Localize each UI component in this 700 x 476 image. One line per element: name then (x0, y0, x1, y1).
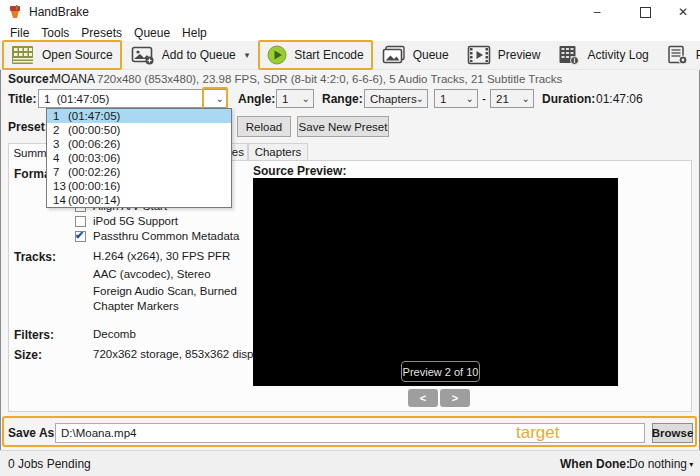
filters-label: Filters: (14, 328, 54, 342)
source-preview-label: Source Preview: (253, 164, 346, 178)
menu-tools[interactable]: Tools (35, 24, 75, 41)
ipod-5g-support-checkbox[interactable] (75, 216, 86, 227)
maximize-button[interactable] (628, 0, 662, 24)
source-name: MOANA (51, 72, 95, 86)
title-option-3[interactable]: 3(00:06:26) (47, 137, 231, 151)
title-option-14[interactable]: 14(00:00:14) (47, 193, 231, 207)
preview-next-button[interactable]: > (440, 389, 470, 407)
tracks-label: Tracks: (14, 250, 56, 264)
angle-select-caret-icon: ⌄ (302, 93, 310, 104)
activity-log-label: Activity Log (587, 48, 648, 62)
menu-presets[interactable]: Presets (75, 24, 128, 41)
title-option-7[interactable]: 7(00:02:26) (47, 165, 231, 179)
preview-label: Preview (498, 48, 541, 62)
activity-log-icon: i (558, 45, 580, 65)
when-done-label: When Done: (560, 457, 630, 471)
range-from-caret-icon: ⌄ (466, 93, 474, 104)
save-as-value: D:\Moana.mp4 (61, 427, 136, 439)
target-annotation: target (516, 423, 559, 443)
start-encode-button[interactable]: Start Encode (258, 40, 372, 70)
angle-select[interactable]: 1 ⌄ (276, 89, 314, 108)
maximize-icon (640, 7, 651, 18)
when-done-select[interactable]: Do nothing ▾ (629, 457, 693, 471)
save-new-preset-button[interactable]: Save New Preset (297, 116, 389, 137)
add-to-queue-label: Add to Queue (162, 48, 236, 62)
range-to-select[interactable]: 21 ⌄ (490, 89, 534, 108)
tab-chapters[interactable]: Chapters (248, 143, 308, 161)
range-to-caret-icon: ⌄ (522, 93, 530, 104)
queue-button[interactable]: Queue (373, 40, 458, 70)
range-type-value: Chapters (370, 93, 417, 105)
menu-file[interactable]: File (4, 24, 35, 41)
title-select-arrow-highlight[interactable] (202, 87, 228, 110)
handbrake-logo-icon (7, 4, 23, 20)
start-encode-label: Start Encode (294, 48, 363, 62)
range-from-select[interactable]: 1 ⌄ (434, 89, 478, 108)
angle-select-value: 1 (282, 93, 288, 105)
title-select-value: 1 (01:47:05) (44, 93, 109, 105)
save-as-label: Save As: (8, 426, 58, 440)
reload-button[interactable]: Reload (237, 116, 291, 137)
add-to-queue-caret-icon[interactable]: ▾ (245, 50, 250, 60)
preview-button[interactable]: Preview (458, 40, 550, 70)
range-separator: - (482, 92, 486, 106)
source-details: 720x480 (853x480), 23.98 FPS, SDR (8-bit… (97, 73, 562, 85)
preview-prev-button[interactable]: < (408, 389, 438, 407)
track-audio: AAC (avcodec), Stereo (93, 268, 211, 280)
menu-bar: File Tools Presets Queue Help (0, 24, 700, 41)
source-label: Source: (8, 72, 53, 86)
close-button[interactable]: ✕ (666, 0, 700, 24)
range-type-select[interactable]: Chapters ⌄ (364, 89, 428, 108)
title-option-4[interactable]: 4(00:03:06) (47, 151, 231, 165)
presets-icon (667, 45, 689, 65)
range-to-value: 21 (496, 93, 509, 105)
browse-button[interactable]: Browse (652, 423, 693, 443)
presets-label: Presets (696, 48, 700, 62)
preview-image (253, 178, 618, 386)
title-option-13[interactable]: 13(00:00:16) (47, 179, 231, 193)
title-select[interactable]: 1 (01:47:05) ⌄ (38, 89, 228, 108)
track-chapters: Chapter Markers (93, 300, 179, 312)
toolbar: Open Source Add to Queue ▾ Start Encode (0, 41, 700, 70)
title-label: Title: (8, 92, 36, 106)
queue-label: Queue (413, 48, 449, 62)
size-label: Size: (14, 348, 42, 362)
track-subtitle: Foreign Audio Scan, Burned (93, 285, 237, 297)
minimize-button[interactable]: – (580, 0, 614, 24)
preview-icon (467, 45, 491, 65)
passthru-common-metadata-checkbox[interactable]: ✔ (75, 231, 86, 242)
presets-button[interactable]: Presets ▾ (658, 40, 700, 70)
handbrake-window: HandBrake – ✕ File Tools Presets Queue H… (0, 0, 700, 476)
range-from-value: 1 (440, 93, 446, 105)
preset-label: Preset: (8, 120, 49, 134)
when-done-caret-icon: ▾ (687, 460, 693, 469)
duration-label: Duration: (542, 92, 595, 106)
menu-queue[interactable]: Queue (128, 24, 176, 41)
checkmark-icon: ✔ (75, 229, 84, 242)
open-source-label: Open Source (42, 48, 113, 62)
title-dropdown-list: 1(01:47:05) 2(00:00:50) 3(00:06:26) 4(00… (46, 108, 232, 208)
open-source-icon (11, 45, 35, 65)
passthru-common-metadata-label: Passthru Common Metadata (93, 230, 239, 242)
title-option-1[interactable]: 1(01:47:05) (47, 109, 231, 123)
duration-value: 01:47:06 (596, 92, 643, 106)
open-source-button[interactable]: Open Source (2, 40, 122, 70)
add-to-queue-button[interactable]: Add to Queue ▾ (122, 40, 259, 70)
track-video: H.264 (x264), 30 FPS PFR (93, 250, 230, 262)
preview-count-button[interactable]: Preview 2 of 10 (401, 361, 480, 382)
title-bar: HandBrake – ✕ (0, 0, 700, 24)
ipod-5g-support-label: iPod 5G Support (93, 215, 178, 227)
queue-icon (382, 45, 406, 65)
range-type-caret-icon: ⌄ (416, 93, 424, 104)
jobs-pending-status: 0 Jobs Pending (8, 457, 91, 471)
size-value: 720x362 storage, 853x362 display (93, 348, 268, 360)
filters-value: Decomb (93, 328, 136, 340)
start-encode-icon (267, 45, 287, 65)
menu-help[interactable]: Help (176, 24, 213, 41)
angle-label: Angle: (238, 92, 275, 106)
add-to-queue-icon (131, 45, 155, 65)
activity-log-button[interactable]: i Activity Log (549, 40, 657, 70)
title-option-2[interactable]: 2(00:00:50) (47, 123, 231, 137)
svg-text:i: i (574, 57, 576, 64)
range-label: Range: (322, 92, 363, 106)
